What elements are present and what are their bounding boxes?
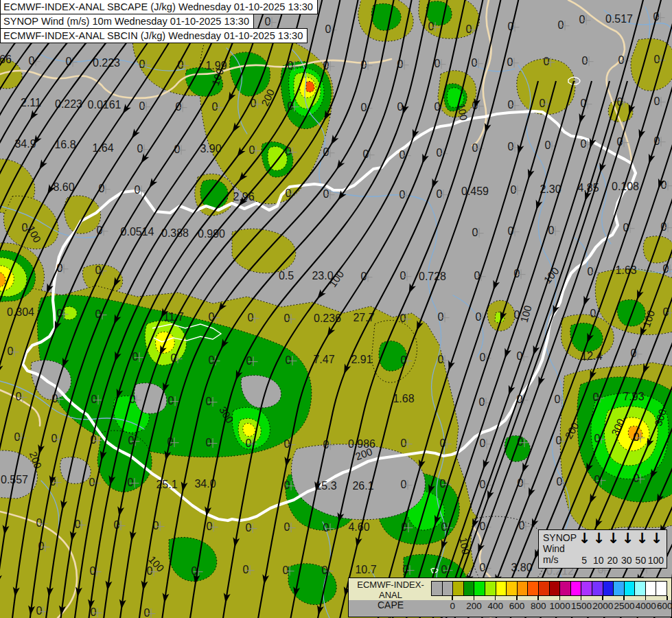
streamline-arrowhead-icon [221, 339, 229, 349]
streamline-arrowhead-icon [132, 128, 140, 139]
wind-arrow-icon: ↓ [621, 531, 635, 546]
wind-arrow-icon: ↓ [606, 531, 621, 546]
streamline-arrowhead-icon [141, 153, 150, 163]
wind-streamline [0, 0, 199, 492]
title-line-sbcape: ECMWF-INDEX-ANAL SBCAPE (J/kg) Wednesday… [0, 0, 318, 14]
cape-tick-label: 6000 [657, 601, 672, 611]
wind-speed-value: 100 [648, 555, 664, 566]
cape-legend-title: ECMWF-INDEX-ANAL CAPE J/kg [350, 580, 431, 618]
streamline-arrowhead-icon [39, 159, 47, 170]
cape-swatch [496, 581, 507, 596]
streamline-arrowhead-icon [337, 159, 345, 169]
map-title-block: ECMWF-INDEX-ANAL SBCAPE (J/kg) Wednesday… [0, 0, 318, 43]
wind-arrow-icon: ↓ [635, 531, 649, 546]
cape-tick-mark [602, 596, 603, 600]
wind-streamline [290, 0, 485, 618]
cape-swatch [570, 581, 582, 596]
cape-tick-mark [495, 596, 496, 600]
wind-arrow-icon: ↓ [592, 531, 606, 546]
cape-swatch [474, 581, 485, 596]
wind-streamline [60, 0, 306, 618]
cape-swatch [634, 581, 646, 596]
cape-tick-mark [537, 596, 539, 600]
streamline-arrowhead-icon [338, 190, 346, 200]
streamline-arrowhead-icon [0, 574, 2, 584]
cape-tick-mark [645, 596, 647, 600]
cape-tick-label: 0 [450, 601, 456, 611]
cape-tick-mark [581, 596, 582, 600]
cape-tick-label: 2000 [592, 601, 613, 611]
wind-streamline [89, 0, 342, 618]
cape-legend-tick-labels: 0200400600800100015002000250040006000 [431, 601, 667, 612]
cape-swatch [463, 581, 475, 596]
wind-speed-value: 50 [634, 555, 648, 566]
streamline-arrowhead-icon [149, 178, 157, 188]
cape-swatch [517, 581, 529, 596]
wind-streamline [467, 0, 672, 618]
wind-streamline [480, 0, 672, 618]
wind-streamline [378, 81, 538, 618]
weather-map-screen: 66000.223001.9900000000.5170000000000002… [0, 0, 672, 618]
wind-legend-line2: Wind [543, 543, 577, 554]
cape-tick-mark [623, 596, 625, 600]
wind-speed-values: 510203050100 [577, 555, 664, 566]
cape-swatch [645, 581, 657, 596]
wind-streamline [570, 0, 672, 618]
wind-legend-line3: m/s [543, 554, 577, 565]
cape-swatch [656, 581, 667, 596]
streamline-arrowhead-icon [0, 364, 3, 374]
cape-swatch [613, 581, 625, 596]
cape-tick-mark [516, 596, 518, 600]
cape-swatch [431, 581, 443, 596]
wind-streamline [119, 0, 378, 618]
cape-legend-ticks [431, 596, 667, 600]
wind-streamline [0, 0, 217, 618]
wind-streamline [339, 0, 520, 618]
streamline-arrowhead-icon [317, 289, 326, 299]
wind-arrow-icon: ↓ [577, 531, 592, 546]
wind-streamline [45, 0, 288, 618]
streamline-arrowhead-icon [327, 326, 336, 336]
streamline-arrowhead-icon [218, 301, 227, 311]
streamline-arrowhead-icon [331, 135, 338, 145]
cape-swatch [624, 581, 636, 596]
title-line-synop-wind: SYNOP Wind (m/s) 10m Wednesday 01-10-202… [0, 14, 254, 29]
cape-color-swatches [431, 581, 667, 596]
wind-arrow-icons: ↓↓↓↓↓↓ [577, 531, 664, 546]
wind-streamline [30, 0, 270, 618]
wind-streamline [618, 0, 672, 618]
cape-tick-label: 1000 [550, 601, 570, 611]
title-line-sbcin: ECMWF-INDEX-ANAL SBCIN (J/kg) Wednesday … [0, 28, 308, 43]
cape-tick-label: 200 [466, 601, 482, 611]
wind-legend-line1: SYNOP [543, 532, 577, 543]
wind-streamline [586, 0, 672, 618]
wind-streamline [454, 0, 663, 618]
cape-legend-line1: ECMWF-INDEX-ANAL [350, 580, 431, 600]
wind-speed-value: 10 [592, 555, 606, 566]
cape-tick-mark [559, 596, 561, 600]
wind-streamline [652, 0, 672, 618]
cape-tick-mark [474, 596, 475, 600]
wind-arrow-icon: ↓ [649, 531, 664, 546]
cape-swatch [559, 581, 571, 596]
cape-tick-label: 600 [509, 601, 525, 611]
streamline-arrowhead-icon [233, 122, 241, 133]
wind-speed-legend: SYNOP Wind m/s ↓↓↓↓↓↓ 510203050100 [538, 529, 667, 569]
streamline-arrowhead-icon [123, 104, 131, 113]
cape-swatch [538, 581, 550, 596]
cape-tick-mark [667, 596, 668, 600]
cape-swatch [452, 581, 464, 596]
cape-swatch [603, 581, 614, 596]
streamline-arrowhead-icon [237, 147, 245, 157]
wind-speed-value: 5 [577, 555, 592, 566]
wind-streamlines [0, 0, 672, 618]
streamline-arrowhead-icon [34, 135, 42, 145]
streamline-arrowhead-icon [47, 184, 55, 194]
cape-tick-label: 400 [488, 601, 504, 611]
cape-swatch [592, 581, 603, 596]
cape-color-legend: ECMWF-INDEX-ANAL CAPE J/kg 0200400600800… [348, 577, 672, 617]
wind-legend-columns: ↓↓↓↓↓↓ 510203050100 [577, 530, 667, 568]
cape-swatch [485, 581, 496, 596]
wind-streamline [440, 0, 645, 618]
cape-swatch [581, 581, 592, 596]
